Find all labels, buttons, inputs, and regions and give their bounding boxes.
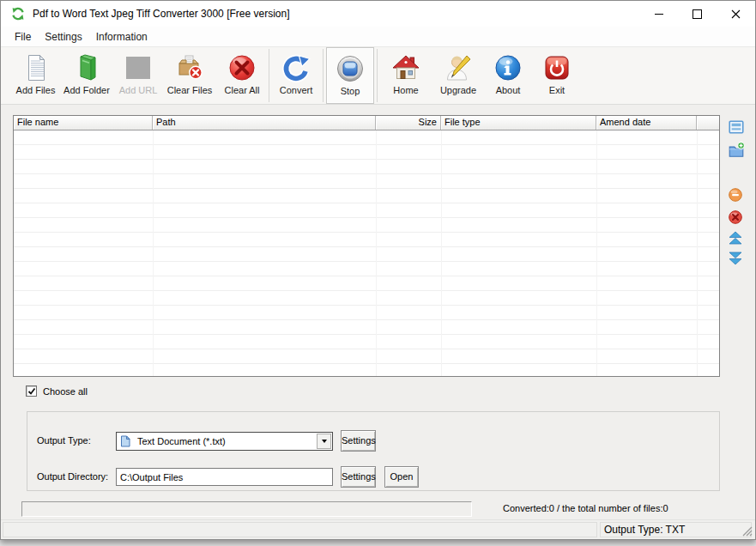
- toolbar-label: Home: [393, 85, 418, 95]
- window-controls: [639, 1, 755, 27]
- toolbar-label: Add URL: [119, 85, 158, 95]
- window-title: Pdf to Word Text Jpeg Tiff Converter 300…: [33, 8, 289, 20]
- toolbar-label: Add Files: [16, 85, 56, 95]
- move-down-icon: [728, 250, 743, 265]
- toolbar-add-folder-button[interactable]: Add Folder: [60, 47, 113, 104]
- choose-all-row: Choose all: [26, 385, 88, 397]
- toolbar-home-button[interactable]: Home: [378, 47, 433, 104]
- status-pane-left: [3, 522, 597, 537]
- toolbar-clear-files-button[interactable]: Clear Files: [163, 47, 216, 104]
- clear-x-icon: [728, 209, 743, 225]
- output-directory-label: Output Directory:: [37, 471, 108, 482]
- toolbar-separator: [269, 49, 269, 102]
- toolbar-upgrade-button[interactable]: Upgrade: [433, 47, 483, 104]
- toolbar-separator: [377, 49, 378, 102]
- close-icon: [731, 9, 741, 19]
- file-list-header: File name Path Size File type Amend date: [14, 116, 719, 130]
- toolbar-label: Stop: [341, 86, 360, 96]
- side-clear-files-button[interactable]: [728, 209, 745, 227]
- toolbar-add-files-button[interactable]: Add Files: [11, 47, 60, 104]
- side-remove-file-button[interactable]: [728, 187, 745, 204]
- output-groupbox: Output Type: Text Document (*.txt) Setti…: [27, 411, 720, 491]
- toolbar-exit-button[interactable]: Exit: [533, 47, 581, 104]
- toolbar-label: About: [496, 85, 521, 95]
- column-divider: [376, 130, 377, 376]
- status-pane-output-type: Output Type: TXT: [600, 522, 752, 537]
- toolbar-label: Clear All: [225, 85, 260, 95]
- status-bar: Output Type: TXT: [1, 519, 755, 539]
- menu-information[interactable]: Information: [96, 31, 148, 43]
- choose-all-checkbox[interactable]: [26, 385, 37, 397]
- stop-icon: [336, 52, 365, 85]
- toolbar-separator: [323, 49, 324, 102]
- output-type-label: Output Type:: [37, 435, 91, 446]
- resize-grip[interactable]: [741, 525, 753, 537]
- output-type-value: Text Document (*.txt): [137, 436, 317, 446]
- column-header-path[interactable]: Path: [153, 116, 376, 130]
- app-logo-icon[interactable]: [11, 7, 25, 21]
- toolbar-clear-all-button[interactable]: Clear All: [216, 47, 268, 104]
- toolbar-add-url-button: Add URL: [113, 47, 163, 104]
- file-list-table: File name Path Size File type Amend date: [13, 115, 720, 377]
- toolbar-label: Convert: [280, 85, 313, 95]
- menu-settings[interactable]: Settings: [45, 31, 82, 43]
- minimize-button[interactable]: [639, 1, 678, 27]
- remove-minus-icon: [728, 187, 743, 203]
- add-files-icon: [21, 52, 51, 84]
- menu-file[interactable]: File: [15, 31, 31, 43]
- toolbar-label: Upgrade: [440, 85, 476, 95]
- column-header-amend-date[interactable]: Amend date: [596, 116, 697, 130]
- maximize-icon: [692, 9, 702, 19]
- file-list-body: [14, 130, 719, 376]
- file-list-icon: [728, 118, 745, 136]
- upgrade-icon: [444, 52, 473, 84]
- about-icon: [493, 52, 523, 84]
- app-window: Pdf to Word Text Jpeg Tiff Converter 300…: [0, 0, 756, 540]
- home-icon: [391, 52, 420, 84]
- conversion-progress-bar: [21, 501, 472, 517]
- toolbar-stop-group: Stop: [326, 47, 374, 104]
- toolbar: Add Files Add Folder Add URL: [1, 46, 755, 105]
- output-directory-input[interactable]: [116, 468, 333, 486]
- output-type-combobox[interactable]: Text Document (*.txt): [116, 432, 333, 451]
- toolbar-convert-button[interactable]: Convert: [270, 47, 322, 104]
- convert-icon: [281, 52, 311, 84]
- open-output-folder-button[interactable]: Open: [384, 466, 419, 488]
- clear-all-icon: [227, 52, 257, 84]
- column-divider: [596, 130, 597, 376]
- close-button[interactable]: [717, 1, 755, 27]
- column-divider: [153, 130, 154, 376]
- title-bar: Pdf to Word Text Jpeg Tiff Converter 300…: [1, 1, 755, 27]
- add-url-icon: [124, 52, 153, 84]
- minimize-icon: [655, 14, 663, 15]
- document-type-icon: [119, 435, 131, 447]
- output-directory-settings-button[interactable]: Settings: [341, 466, 376, 488]
- folder-plus-icon: [728, 142, 745, 159]
- side-move-up-button[interactable]: [728, 231, 745, 248]
- column-header-blank[interactable]: [697, 116, 719, 130]
- move-up-icon: [728, 231, 743, 246]
- toolbar-label: Add Folder: [64, 85, 110, 95]
- converted-counter: Converted:0 / the total number of files:…: [503, 503, 668, 513]
- side-add-files-button[interactable]: [728, 118, 745, 136]
- side-move-down-button[interactable]: [728, 250, 745, 267]
- choose-all-label: Choose all: [43, 386, 88, 397]
- combobox-dropdown-button[interactable]: [317, 434, 331, 449]
- chevron-down-icon: [322, 440, 327, 443]
- checkmark-icon: [27, 387, 36, 396]
- column-header-file-type[interactable]: File type: [441, 116, 596, 130]
- add-folder-icon: [72, 52, 101, 84]
- toolbar-label: Exit: [549, 85, 565, 95]
- client-area: File name Path Size File type Amend date: [1, 105, 755, 519]
- column-header-file-name[interactable]: File name: [14, 116, 153, 130]
- toolbar-stop-button[interactable]: Stop: [327, 48, 373, 96]
- side-add-folder-button[interactable]: [728, 142, 745, 159]
- toolbar-about-button[interactable]: About: [483, 47, 533, 104]
- column-divider: [697, 130, 698, 376]
- column-header-size[interactable]: Size: [376, 116, 441, 130]
- exit-icon: [542, 52, 572, 84]
- column-divider: [441, 130, 442, 376]
- output-type-settings-button[interactable]: Settings: [341, 430, 376, 452]
- maximize-button[interactable]: [678, 1, 717, 27]
- clear-files-icon: [175, 52, 204, 84]
